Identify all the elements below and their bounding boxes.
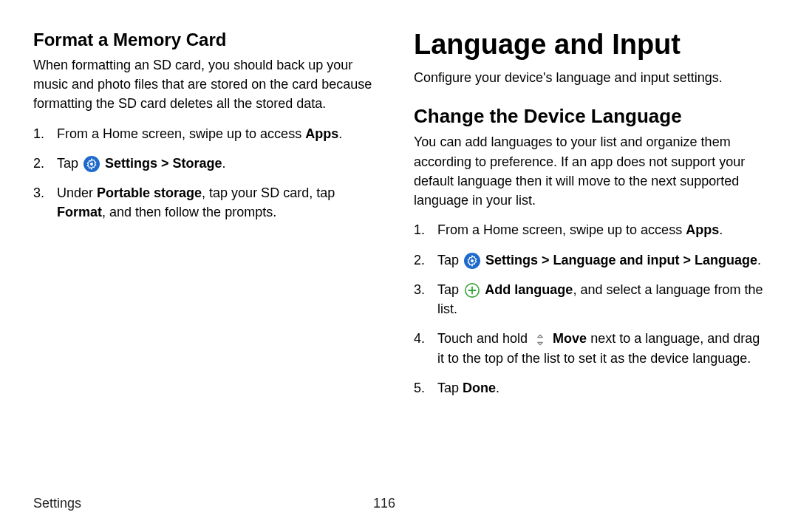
move-icon bbox=[533, 332, 548, 347]
step-text: Tap bbox=[437, 282, 463, 297]
svg-point-3 bbox=[471, 259, 474, 262]
change-language-steps: From a Home screen, swipe up to access A… bbox=[414, 220, 765, 398]
right-column: Language and Input Configure your device… bbox=[414, 30, 765, 408]
step-text: Touch and hold bbox=[437, 331, 531, 346]
add-icon bbox=[464, 282, 480, 299]
lang-step-2: Tap Settings > Language and input > Lang… bbox=[414, 250, 765, 270]
svg-point-1 bbox=[90, 163, 93, 166]
change-language-heading: Change the Device Language bbox=[414, 105, 765, 128]
settings-icon bbox=[83, 156, 100, 172]
settings-storage-bold: Settings > Storage bbox=[101, 156, 222, 171]
language-input-subtitle: Configure your device's language and inp… bbox=[414, 68, 765, 87]
step-text: . bbox=[757, 253, 761, 267]
step-text: Tap bbox=[437, 381, 463, 395]
step-text: , tap your SD card, tap bbox=[202, 185, 335, 200]
add-language-bold: Add language bbox=[482, 282, 573, 297]
format-card-heading: Format a Memory Card bbox=[33, 30, 384, 51]
step-text: . bbox=[338, 126, 342, 141]
done-bold: Done bbox=[463, 381, 496, 395]
step-text: . bbox=[496, 381, 499, 395]
step-text: Tap bbox=[57, 156, 82, 171]
move-bold: Move bbox=[549, 331, 587, 346]
settings-icon bbox=[464, 253, 480, 269]
format-bold: Format bbox=[57, 205, 102, 219]
settings-lang-path-bold: Settings > Language and input > Language bbox=[482, 253, 757, 267]
step-text: From a Home screen, swipe up to access bbox=[437, 222, 686, 237]
format-card-intro: When formatting an SD card, you should b… bbox=[33, 55, 384, 114]
step-text: . bbox=[719, 222, 723, 237]
step-text: From a Home screen, swipe up to access bbox=[57, 126, 305, 141]
change-language-intro: You can add languages to your list and o… bbox=[414, 132, 765, 210]
step-text: , and then follow the prompts. bbox=[102, 205, 276, 219]
footer-page-number: 116 bbox=[373, 496, 395, 511]
step-text: Under bbox=[57, 185, 97, 200]
format-step-2: Tap Settings > Storage. bbox=[33, 154, 384, 173]
format-step-3: Under Portable storage, tap your SD card… bbox=[33, 183, 384, 222]
footer-section-label: Settings bbox=[33, 496, 81, 511]
lang-step-5: Tap Done. bbox=[414, 378, 765, 398]
apps-bold: Apps bbox=[686, 222, 719, 237]
lang-step-1: From a Home screen, swipe up to access A… bbox=[414, 220, 765, 239]
format-card-steps: From a Home screen, swipe up to access A… bbox=[33, 124, 384, 222]
two-column-layout: Format a Memory Card When formatting an … bbox=[33, 30, 765, 408]
step-text: Tap bbox=[437, 253, 463, 267]
format-step-1: From a Home screen, swipe up to access A… bbox=[33, 124, 384, 143]
apps-bold: Apps bbox=[305, 126, 338, 141]
page-footer: Settings 116 bbox=[33, 496, 395, 511]
language-input-title: Language and Input bbox=[414, 30, 765, 61]
portable-storage-bold: Portable storage bbox=[97, 185, 202, 200]
lang-step-3: Tap Add language, and select a language … bbox=[414, 280, 765, 319]
lang-step-4: Touch and hold Move next to a language, … bbox=[414, 329, 765, 368]
left-column: Format a Memory Card When formatting an … bbox=[33, 30, 384, 408]
step-text: . bbox=[222, 156, 226, 171]
